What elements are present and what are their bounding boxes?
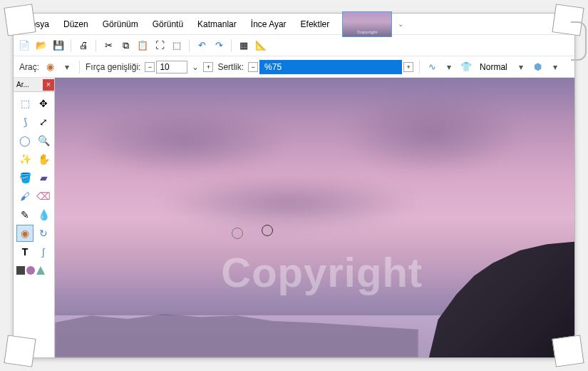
blend-mode-select[interactable]: Normal xyxy=(475,61,512,73)
menu-adjust[interactable]: İnce Ayar xyxy=(244,16,294,32)
move-tool[interactable]: ✥ xyxy=(35,95,52,112)
ruler-icon[interactable]: 📐 xyxy=(254,39,267,52)
eraser-tool[interactable]: ⌫ xyxy=(35,188,52,205)
increase-button[interactable]: + xyxy=(203,62,213,72)
pencil-tool[interactable]: ✎ xyxy=(16,206,33,223)
open-icon[interactable]: 📂 xyxy=(35,39,48,52)
current-tool-icon[interactable]: ◉ xyxy=(43,61,56,73)
pan-tool[interactable]: ✋ xyxy=(35,151,52,168)
tool-dropdown-icon[interactable]: ▾ xyxy=(61,61,73,73)
separator xyxy=(231,39,232,52)
chevron-down-icon[interactable]: ⌄ xyxy=(189,61,202,73)
hardness-label: Sertlik: xyxy=(217,62,244,72)
ellipse-select-tool[interactable]: ◯ xyxy=(16,132,33,149)
move-selection-tool[interactable]: ⤢ xyxy=(35,113,52,131)
paintbrush-tool[interactable]: 🖌 xyxy=(16,188,33,205)
rectangle-select-tool[interactable]: ⬚ xyxy=(16,95,33,112)
main-toolbar: 📄 📂 💾 🖨 ✂ ⧉ 📋 ⛶ ⬚ ↶ ↷ ▦ 📐 xyxy=(14,35,574,56)
image-content xyxy=(341,92,522,176)
grid-icon[interactable]: ▦ xyxy=(237,39,250,52)
text-tool[interactable]: T xyxy=(16,243,33,260)
chevron-down-icon[interactable]: ▾ xyxy=(515,61,527,73)
tool-label: Araç: xyxy=(19,62,39,72)
image-content xyxy=(159,176,419,231)
paste-icon[interactable]: 📋 xyxy=(136,39,149,52)
tool-grid: ⬚ ✥ ⟆ ⤢ ◯ 🔍 ✨ ✋ 🪣 ▰ 🖌 ⌫ ✎ 💧 ◉ ↻ T ∫ xyxy=(14,92,54,263)
brush-width-stepper: − ⌄ + xyxy=(145,61,213,73)
magic-wand-tool[interactable]: ✨ xyxy=(16,151,33,168)
menu-view[interactable]: Görünüm xyxy=(96,16,145,32)
brush-width-label: Fırça genişliği: xyxy=(86,62,140,72)
brush-width-input[interactable] xyxy=(156,61,187,73)
antialias-icon[interactable]: ∿ xyxy=(425,61,438,73)
app-window: Dosya Düzen Görünüm Görüntü Katmanlar İn… xyxy=(13,13,575,358)
new-icon[interactable]: 📄 xyxy=(18,39,31,52)
separator xyxy=(189,39,190,52)
separator xyxy=(79,61,80,73)
document-thumbnail[interactable]: Copyright xyxy=(342,11,392,37)
lasso-tool[interactable]: ⟆ xyxy=(16,113,33,131)
chevron-down-icon[interactable]: ⌄ xyxy=(398,20,403,28)
paint-bucket-tool[interactable]: 🪣 xyxy=(16,169,33,186)
more-options-icon[interactable]: ⬢ xyxy=(532,61,545,73)
decrease-button[interactable]: − xyxy=(248,62,258,72)
clone-stamp-tool[interactable]: ◉ xyxy=(16,225,33,242)
undo-icon[interactable]: ↶ xyxy=(195,39,208,52)
line-curve-tool[interactable]: ∫ xyxy=(35,243,52,260)
panel-title: Ar... × xyxy=(14,78,54,92)
shapes-tool[interactable] xyxy=(14,263,54,278)
save-icon[interactable]: 💾 xyxy=(52,39,65,52)
panel-title-text: Ar... xyxy=(16,81,29,88)
thumbnail-label: Copyright xyxy=(357,30,377,34)
hardness-input[interactable]: %75 xyxy=(259,60,402,74)
copy-icon[interactable]: ⧉ xyxy=(119,39,132,52)
redo-icon[interactable]: ↷ xyxy=(212,39,225,52)
hardness-stepper: − %75 + xyxy=(248,60,413,74)
menu-image[interactable]: Görüntü xyxy=(145,16,190,32)
separator xyxy=(96,39,96,52)
deselect-icon[interactable]: ⬚ xyxy=(170,39,183,52)
workarea: Ar... × ⬚ ✥ ⟆ ⤢ ◯ 🔍 ✨ ✋ 🪣 ▰ 🖌 ⌫ ✎ 💧 ◉ ↻ xyxy=(14,78,574,357)
clone-source-cursor xyxy=(232,228,243,239)
paperclip-icon xyxy=(571,21,587,61)
image-content xyxy=(81,106,289,176)
watermark-text: Copyright xyxy=(221,248,423,296)
gradient-tool[interactable]: ▰ xyxy=(35,169,52,186)
recolor-tool[interactable]: ↻ xyxy=(35,225,52,242)
decrease-button[interactable]: − xyxy=(145,62,155,72)
color-picker-tool[interactable]: 💧 xyxy=(35,206,52,223)
decorative-corner xyxy=(552,335,584,367)
decorative-corner xyxy=(4,4,36,36)
menu-edit[interactable]: Düzen xyxy=(56,16,96,32)
close-icon[interactable]: × xyxy=(43,79,54,91)
tools-panel: Ar... × ⬚ ✥ ⟆ ⤢ ◯ 🔍 ✨ ✋ 🪣 ▰ 🖌 ⌫ ✎ 💧 ◉ ↻ xyxy=(14,78,55,357)
increase-button[interactable]: + xyxy=(403,62,413,72)
menu-effects[interactable]: Efektler xyxy=(294,16,337,32)
circle-icon xyxy=(26,266,35,275)
triangle-icon xyxy=(36,266,45,275)
separator xyxy=(71,39,71,52)
clone-target-cursor xyxy=(262,225,273,236)
menubar: Dosya Düzen Görünüm Görüntü Katmanlar İn… xyxy=(14,14,574,35)
separator xyxy=(419,61,420,73)
chevron-down-icon[interactable]: ▾ xyxy=(443,61,455,73)
chevron-down-icon[interactable]: ▾ xyxy=(549,61,562,73)
blend-icon: 👕 xyxy=(460,61,473,73)
crop-icon[interactable]: ⛶ xyxy=(153,39,166,52)
decorative-corner xyxy=(4,335,36,367)
tool-options-bar: Araç: ◉ ▾ Fırça genişliği: − ⌄ + Sertlik… xyxy=(14,56,574,78)
cut-icon[interactable]: ✂ xyxy=(102,39,115,52)
blend-mode: 👕 Normal ▾ xyxy=(460,61,527,73)
zoom-tool[interactable]: 🔍 xyxy=(35,132,52,149)
canvas-area[interactable]: Copyright xyxy=(55,78,574,357)
print-icon[interactable]: 🖨 xyxy=(77,39,90,52)
square-icon xyxy=(16,266,25,275)
menu-layers[interactable]: Katmanlar xyxy=(190,16,244,32)
